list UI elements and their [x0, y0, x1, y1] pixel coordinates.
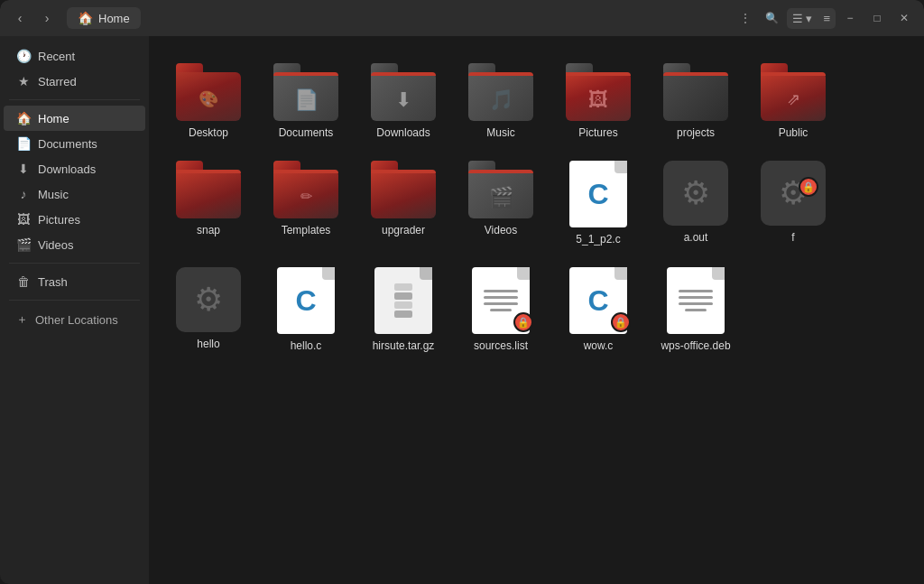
file-name-snap: snap: [197, 224, 220, 236]
file-name-hirsute: hirsute.tar.gz: [373, 339, 435, 352]
c-file-icon-5: C: [569, 161, 627, 227]
folder-inner-icon-pic: 🖼: [588, 88, 608, 112]
sort-button[interactable]: ☰ ▾: [787, 8, 818, 29]
file-item-5_1_p2c[interactable]: C 5_1_p2.c: [553, 152, 643, 251]
file-item-projects[interactable]: projects: [651, 54, 741, 144]
file-item-hello[interactable]: ⚙ hello: [163, 258, 254, 357]
file-name-desktop: Desktop: [189, 126, 228, 139]
trash-icon: 🗑: [16, 274, 31, 289]
folder-icon-pictures: 🖼: [566, 63, 631, 121]
lock-badge-sources: 🔒: [513, 312, 533, 332]
sidebar-item-trash[interactable]: 🗑 Trash: [4, 269, 145, 294]
window-title: Home: [98, 12, 130, 25]
file-item-music[interactable]: 🎵 Music: [456, 54, 546, 144]
sidebar: 🕐 Recent ★ Starred 🏠 Home 📄 Documents ⬇ …: [0, 36, 149, 584]
file-name-aout: a.out: [684, 231, 708, 244]
sidebar-item-starred[interactable]: ★ Starred: [4, 69, 145, 94]
file-name-templates: Templates: [282, 224, 331, 236]
c-letter: C: [587, 178, 608, 211]
file-name-upgrader: upgrader: [382, 224, 425, 236]
folder-inner-icon-public: ⇗: [787, 89, 800, 109]
home-icon: 🏠: [78, 11, 93, 25]
file-name-sources: sources.list: [474, 339, 528, 352]
sidebar-label-downloads: Downloads: [38, 162, 96, 176]
file-item-public[interactable]: ⇗ Public: [748, 54, 838, 144]
file-item-aout[interactable]: ⚙ a.out: [651, 152, 741, 251]
folder-inner-icon-vid: 🎬: [489, 186, 513, 209]
sidebar-label-videos: Videos: [38, 238, 74, 252]
exec-icon-aout: ⚙: [663, 161, 728, 226]
sidebar-item-downloads[interactable]: ⬇ Downloads: [4, 156, 145, 181]
archive-icon-hirsute: [374, 267, 432, 334]
sidebar-item-documents[interactable]: 📄 Documents: [4, 131, 145, 156]
folder-icon-upgrader: [371, 161, 436, 218]
file-name-downloads: Downloads: [376, 126, 430, 139]
sidebar-item-music[interactable]: ♪ Music: [4, 181, 145, 207]
folder-icon-documents: 📄: [273, 63, 338, 121]
minimize-button[interactable]: −: [837, 5, 863, 31]
c-file-icon-hello: C: [277, 267, 335, 334]
sidebar-item-recent[interactable]: 🕐 Recent: [4, 43, 145, 69]
file-item-snap[interactable]: snap: [163, 152, 254, 251]
maximize-button[interactable]: □: [864, 5, 890, 31]
file-item-documents[interactable]: 📄 Documents: [261, 54, 351, 144]
file-item-upgrader[interactable]: upgrader: [358, 152, 448, 251]
folder-inner-icon: 🎨: [199, 89, 218, 109]
folder-icon-templates: ✏: [273, 161, 338, 218]
file-item-helloc[interactable]: C hello.c: [261, 258, 351, 357]
titlebar-actions: ⋮ 🔍 ☰ ▾ ≡ − □ ✕: [733, 5, 917, 31]
file-item-downloads[interactable]: ⬇ Downloads: [358, 54, 448, 144]
sidebar-divider-3: [9, 300, 140, 301]
sidebar-label-music: Music: [38, 188, 69, 201]
folder-icon-projects: [663, 63, 728, 121]
file-item-f[interactable]: ⚙ 🔒 f: [748, 152, 838, 251]
titlebar-title: 🏠 Home: [67, 7, 141, 29]
file-name-videos: Videos: [485, 224, 517, 236]
list-view-button[interactable]: ≡: [818, 8, 836, 29]
file-item-wps[interactable]: wps-office.deb: [651, 258, 741, 357]
file-name-wps: wps-office.deb: [661, 339, 730, 352]
folder-icon-videos: 🎬: [468, 161, 533, 218]
nav-buttons: ‹ ›: [7, 5, 60, 31]
file-item-videos[interactable]: 🎬 Videos: [456, 152, 546, 251]
sidebar-label-home: Home: [38, 112, 69, 125]
sidebar-item-home[interactable]: 🏠 Home: [4, 106, 145, 131]
sidebar-item-videos[interactable]: 🎬 Videos: [4, 232, 145, 257]
file-name-5_1_p2c: 5_1_p2.c: [576, 233, 620, 246]
sidebar-label-documents: Documents: [38, 137, 97, 151]
folder-icon-public: ⇗: [761, 63, 826, 121]
lock-badge-f: 🔒: [799, 177, 818, 197]
sidebar-item-pictures[interactable]: 🖼 Pictures: [4, 207, 145, 232]
file-name-music: Music: [486, 126, 514, 139]
sidebar-divider-2: [9, 263, 140, 264]
home-nav-icon: 🏠: [16, 111, 31, 125]
file-item-templates[interactable]: ✏ Templates: [261, 152, 351, 251]
menu-button[interactable]: ⋮: [733, 5, 758, 31]
file-item-sources[interactable]: 🔒 sources.list: [456, 258, 546, 357]
sidebar-item-other-locations[interactable]: ＋ Other Locations: [4, 306, 145, 333]
file-name-hello: hello: [197, 338, 219, 350]
c-letter-wow: C: [587, 284, 608, 318]
pictures-icon: 🖼: [16, 212, 31, 227]
downloads-icon: ⬇: [16, 162, 31, 176]
videos-icon: 🎬: [16, 237, 31, 252]
search-button[interactable]: 🔍: [760, 5, 785, 31]
file-name-pictures: Pictures: [578, 126, 617, 139]
exec-icon-hello: ⚙: [176, 267, 241, 332]
sidebar-label-pictures: Pictures: [38, 213, 80, 227]
add-icon: ＋: [16, 311, 28, 328]
file-item-desktop[interactable]: 🎨 Desktop: [163, 54, 254, 144]
music-icon: ♪: [16, 187, 31, 201]
back-button[interactable]: ‹: [7, 5, 32, 31]
c-letter-hello: C: [295, 284, 316, 318]
file-item-hirsute[interactable]: hirsute.tar.gz: [358, 258, 448, 357]
sidebar-label-starred: Starred: [38, 75, 77, 88]
file-name-helloc: hello.c: [291, 339, 322, 352]
txt-file-icon-wps: [667, 267, 725, 334]
file-item-wowc[interactable]: C 🔒 wow.c: [553, 258, 643, 357]
sidebar-label-other: Other Locations: [35, 313, 118, 327]
file-name-public: Public: [779, 126, 808, 139]
close-button[interactable]: ✕: [892, 5, 917, 31]
forward-button[interactable]: ›: [34, 5, 60, 31]
file-item-pictures[interactable]: 🖼 Pictures: [553, 54, 643, 144]
